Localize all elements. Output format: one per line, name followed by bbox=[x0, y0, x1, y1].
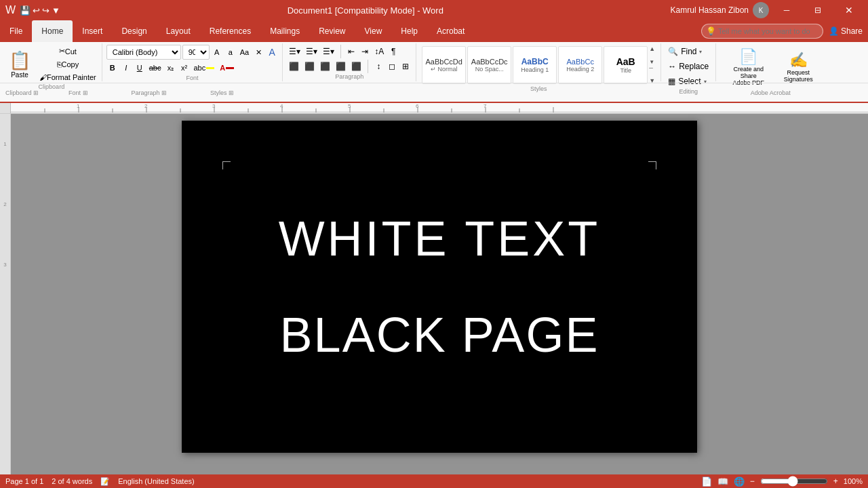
customize-icon[interactable]: ▼ bbox=[52, 5, 60, 16]
align-center-button[interactable]: ⬛ bbox=[302, 60, 317, 73]
replace-icon: ↔ bbox=[668, 62, 676, 71]
decrease-indent-button[interactable]: ⇤ bbox=[345, 45, 357, 58]
page-marker-1: 1 bbox=[3, 141, 6, 147]
corner-mark-tl bbox=[222, 161, 231, 169]
document-line2[interactable]: BLACK PAGE bbox=[280, 307, 599, 363]
numbering-button[interactable]: ☰▾ bbox=[304, 45, 319, 58]
font-color-button[interactable]: A bbox=[218, 61, 236, 75]
style-normal-preview: AaBbCcDd bbox=[426, 58, 462, 66]
tab-review[interactable]: Review bbox=[309, 20, 355, 42]
font-grow-button[interactable]: A bbox=[211, 45, 223, 59]
paste-button[interactable]: 📋 Paste bbox=[4, 45, 35, 83]
style-heading2[interactable]: AaBbCc Heading 2 bbox=[558, 46, 602, 84]
titlebar-left: W 💾 ↩ ↪ ▼ bbox=[5, 4, 60, 16]
request-signatures-button[interactable]: ✍ Request Signatures bbox=[779, 48, 818, 86]
tell-me-wrapper: 💡 bbox=[701, 24, 823, 39]
tab-acrobat[interactable]: Acrobat bbox=[427, 20, 474, 42]
multilevel-button[interactable]: ☰▾ bbox=[321, 45, 336, 58]
tab-mailings[interactable]: Mailings bbox=[260, 20, 309, 42]
document-area[interactable]: WHITE TEXT BLACK PAGE bbox=[11, 114, 868, 474]
style-nospace[interactable]: AaBbCcDc No Spac... bbox=[467, 46, 511, 84]
increase-indent-button[interactable]: ⇥ bbox=[359, 45, 371, 58]
para-row2: ⬛ ⬛ ⬛ ⬛ ⬛ ↕ ◻ ⊞ bbox=[287, 60, 412, 73]
tab-design[interactable]: Design bbox=[112, 20, 156, 42]
find-button[interactable]: 🔍 Find ▾ bbox=[665, 45, 711, 58]
cut-button[interactable]: ✂ Cut bbox=[37, 45, 99, 58]
close-button[interactable]: ✕ bbox=[835, 0, 863, 20]
restore-button[interactable]: ⊟ bbox=[804, 0, 831, 20]
para-bottom-label: Paragraph ⊞ bbox=[129, 89, 208, 96]
tab-view[interactable]: View bbox=[355, 20, 392, 42]
minimize-button[interactable]: ─ bbox=[773, 0, 800, 20]
justify-button[interactable]: ⬛ bbox=[334, 60, 348, 73]
titlebar-right: Kamrul Hassan Zibon K ─ ⊟ ✕ bbox=[671, 0, 863, 20]
redo-icon[interactable]: ↪ bbox=[42, 5, 50, 16]
style-heading1[interactable]: AaBbC Heading 1 bbox=[513, 46, 557, 84]
ribbon-row1: 📋 Paste ✂ Cut ⎘ Copy 🖌 Format Painter Cl… bbox=[0, 42, 868, 83]
zoom-in-icon[interactable]: + bbox=[833, 476, 838, 486]
style-nospace-preview: AaBbCcDc bbox=[471, 58, 508, 66]
zoom-slider[interactable] bbox=[760, 476, 828, 487]
columns-button[interactable]: ⬛ bbox=[349, 60, 363, 73]
format-painter-button[interactable]: 🖌 Format Painter bbox=[37, 71, 99, 83]
tab-insert[interactable]: Insert bbox=[73, 20, 112, 42]
change-case-button[interactable]: Aa bbox=[238, 45, 251, 59]
request-sig-label: Request Signatures bbox=[784, 69, 813, 83]
read-view-button[interactable]: 📖 bbox=[717, 476, 728, 487]
zoom-out-icon[interactable]: − bbox=[750, 476, 755, 486]
quick-access-toolbar: 💾 ↩ ↪ ▼ bbox=[20, 5, 60, 16]
tab-help[interactable]: Help bbox=[391, 20, 427, 42]
bullets-button[interactable]: ☰▾ bbox=[287, 45, 302, 58]
bold-button[interactable]: B bbox=[106, 61, 119, 75]
ribbon-group-clipboard: 📋 Paste ✂ Cut ⎘ Copy 🖌 Format Painter Cl… bbox=[1, 43, 102, 81]
tab-home[interactable]: Home bbox=[32, 20, 73, 42]
shading-button[interactable]: ◻ bbox=[386, 60, 398, 73]
share-button[interactable]: 👤 Share bbox=[829, 26, 863, 36]
document-line1[interactable]: WHITE TEXT bbox=[279, 211, 601, 266]
undo-icon[interactable]: ↩ bbox=[33, 5, 40, 16]
text-effects-button[interactable]: A bbox=[266, 45, 278, 59]
font-size-select[interactable]: 90 bbox=[182, 45, 210, 60]
search-icon: 💡 bbox=[706, 26, 716, 36]
tell-me-input[interactable] bbox=[701, 24, 823, 39]
find-icon: 🔍 bbox=[668, 47, 678, 56]
ribbon: 📋 Paste ✂ Cut ⎘ Copy 🖌 Format Painter Cl… bbox=[0, 42, 868, 103]
sort-button[interactable]: ↕A bbox=[372, 45, 386, 58]
highlight-button[interactable]: abc bbox=[192, 61, 217, 75]
ribbon-group-font: Calibri (Body) 90 A a Aa ✕ A B I U abc bbox=[102, 43, 283, 81]
show-marks-button[interactable]: ¶ bbox=[387, 45, 399, 58]
web-view-button[interactable]: 🌐 bbox=[734, 476, 745, 487]
ruler-area: 1 2 3 4 5 6 7 bbox=[0, 103, 868, 114]
save-icon[interactable]: 💾 bbox=[20, 5, 31, 16]
svg-text:1: 1 bbox=[77, 103, 80, 109]
proofing-icon[interactable]: 📝 bbox=[100, 477, 110, 486]
align-right-button[interactable]: ⬛ bbox=[318, 60, 332, 73]
zoom-level: 100% bbox=[844, 477, 863, 485]
styles-expand[interactable]: ▼─ bbox=[649, 59, 655, 71]
line-spacing-button[interactable]: ↕ bbox=[372, 60, 384, 73]
ribbon-group-styles: AaBbCcDd ↵ Normal AaBbCcDc No Spac... Aa… bbox=[416, 43, 661, 81]
document-page[interactable]: WHITE TEXT BLACK PAGE bbox=[182, 121, 697, 453]
strikethrough-button[interactable]: abc bbox=[147, 61, 163, 75]
italic-button[interactable]: I bbox=[120, 61, 132, 75]
tab-references[interactable]: References bbox=[200, 20, 260, 42]
superscript-button[interactable]: x² bbox=[178, 61, 191, 75]
tab-layout[interactable]: Layout bbox=[157, 20, 200, 42]
print-layout-view-button[interactable]: 📄 bbox=[701, 476, 712, 487]
underline-button[interactable]: U bbox=[134, 61, 146, 75]
font-shrink-button[interactable]: a bbox=[224, 45, 237, 59]
subscript-button[interactable]: x₂ bbox=[165, 61, 177, 75]
clear-formatting-button[interactable]: ✕ bbox=[252, 45, 264, 59]
styles-scroll-up[interactable]: ▲ bbox=[649, 46, 655, 52]
page-info: Page 1 of 1 bbox=[5, 477, 43, 485]
borders-button[interactable]: ⊞ bbox=[399, 60, 412, 73]
copy-button[interactable]: ⎘ Copy bbox=[37, 58, 99, 70]
style-normal[interactable]: AaBbCcDd ↵ Normal bbox=[422, 46, 466, 84]
font-row2: B I U abc x₂ x² abc A bbox=[106, 61, 278, 75]
style-title[interactable]: AaB Title bbox=[604, 46, 648, 84]
statusbar-left: Page 1 of 1 2 of 4 words 📝 English (Unit… bbox=[5, 477, 195, 486]
align-left-button[interactable]: ⬛ bbox=[287, 60, 301, 73]
font-face-select[interactable]: Calibri (Body) bbox=[106, 45, 181, 60]
tab-file[interactable]: File bbox=[0, 20, 32, 42]
replace-button[interactable]: ↔ Replace bbox=[665, 60, 711, 73]
